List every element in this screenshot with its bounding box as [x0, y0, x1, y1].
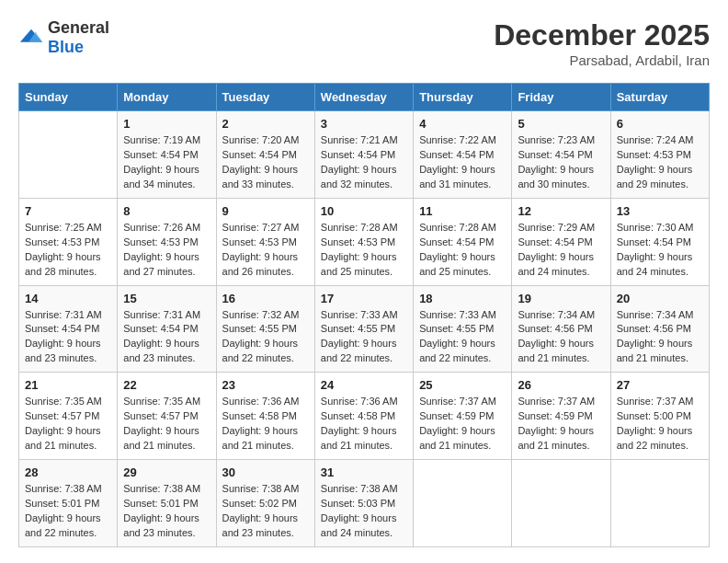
- calendar-cell: 5Sunrise: 7:23 AMSunset: 4:54 PMDaylight…: [512, 111, 610, 199]
- day-info: Sunrise: 7:29 AMSunset: 4:54 PMDaylight:…: [518, 221, 604, 280]
- calendar-cell: 16Sunrise: 7:32 AMSunset: 4:55 PMDayligh…: [216, 285, 314, 373]
- day-info: Sunrise: 7:22 AMSunset: 4:54 PMDaylight:…: [419, 133, 506, 192]
- calendar-cell: 6Sunrise: 7:24 AMSunset: 4:53 PMDaylight…: [610, 111, 709, 199]
- day-number: 29: [123, 465, 210, 479]
- day-number: 16: [222, 292, 309, 305]
- header-day-tuesday: Tuesday: [216, 84, 314, 111]
- day-number: 15: [123, 292, 210, 305]
- day-number: 20: [617, 292, 703, 305]
- calendar-week-4: 21Sunrise: 7:35 AMSunset: 4:57 PMDayligh…: [19, 373, 710, 460]
- day-info: Sunrise: 7:30 AMSunset: 4:54 PMDaylight:…: [617, 221, 703, 280]
- day-number: 2: [222, 117, 309, 131]
- calendar-cell: 29Sunrise: 7:38 AMSunset: 5:01 PMDayligh…: [118, 460, 216, 547]
- calendar-cell: 14Sunrise: 7:31 AMSunset: 4:54 PMDayligh…: [19, 285, 118, 373]
- day-number: 10: [321, 204, 407, 218]
- day-number: 31: [321, 465, 407, 479]
- calendar-week-2: 7Sunrise: 7:25 AMSunset: 4:53 PMDaylight…: [19, 198, 710, 285]
- calendar-cell: 3Sunrise: 7:21 AMSunset: 4:54 PMDaylight…: [314, 111, 413, 199]
- day-info: Sunrise: 7:31 AMSunset: 4:54 PMDaylight:…: [123, 308, 210, 367]
- day-number: 3: [321, 117, 407, 131]
- calendar-cell: 25Sunrise: 7:37 AMSunset: 4:59 PMDayligh…: [414, 373, 512, 460]
- day-info: Sunrise: 7:26 AMSunset: 4:53 PMDaylight:…: [123, 221, 210, 280]
- calendar-cell: 8Sunrise: 7:26 AMSunset: 4:53 PMDaylight…: [118, 198, 216, 285]
- day-number: 25: [419, 378, 506, 392]
- header-day-monday: Monday: [118, 84, 216, 111]
- calendar-cell: 2Sunrise: 7:20 AMSunset: 4:54 PMDaylight…: [216, 111, 314, 199]
- logo-general: General: [48, 18, 109, 37]
- calendar-cell: 19Sunrise: 7:34 AMSunset: 4:56 PMDayligh…: [512, 285, 610, 373]
- day-info: Sunrise: 7:38 AMSunset: 5:01 PMDaylight:…: [25, 482, 111, 541]
- day-info: Sunrise: 7:37 AMSunset: 4:59 PMDaylight:…: [419, 395, 506, 454]
- day-number: 13: [617, 204, 703, 218]
- day-number: 24: [321, 378, 407, 392]
- day-number: 1: [123, 117, 210, 131]
- day-info: Sunrise: 7:28 AMSunset: 4:54 PMDaylight:…: [419, 221, 506, 280]
- day-number: 11: [419, 204, 506, 218]
- day-info: Sunrise: 7:27 AMSunset: 4:53 PMDaylight:…: [222, 221, 309, 280]
- day-info: Sunrise: 7:34 AMSunset: 4:56 PMDaylight:…: [518, 308, 604, 367]
- logo-icon: [18, 25, 44, 51]
- day-info: Sunrise: 7:32 AMSunset: 4:55 PMDaylight:…: [222, 308, 309, 367]
- day-number: 6: [617, 117, 703, 131]
- day-number: 26: [518, 378, 604, 392]
- calendar-cell: 20Sunrise: 7:34 AMSunset: 4:56 PMDayligh…: [610, 285, 709, 373]
- calendar-cell: 27Sunrise: 7:37 AMSunset: 5:00 PMDayligh…: [610, 373, 709, 460]
- header-day-sunday: Sunday: [19, 84, 118, 111]
- calendar-cell: [512, 460, 610, 547]
- day-info: Sunrise: 7:33 AMSunset: 4:55 PMDaylight:…: [419, 308, 506, 367]
- header-day-thursday: Thursday: [414, 84, 512, 111]
- calendar-cell: 7Sunrise: 7:25 AMSunset: 4:53 PMDaylight…: [19, 198, 118, 285]
- calendar-cell: 17Sunrise: 7:33 AMSunset: 4:55 PMDayligh…: [314, 285, 413, 373]
- day-number: 5: [518, 117, 604, 131]
- calendar-cell: 18Sunrise: 7:33 AMSunset: 4:55 PMDayligh…: [414, 285, 512, 373]
- month-title: December 2025: [494, 18, 710, 52]
- location-subtitle: Parsabad, Ardabil, Iran: [494, 52, 710, 68]
- day-number: 27: [617, 378, 703, 392]
- calendar-cell: 12Sunrise: 7:29 AMSunset: 4:54 PMDayligh…: [512, 198, 610, 285]
- logo: General Blue: [18, 18, 109, 57]
- day-number: 21: [25, 378, 111, 392]
- day-info: Sunrise: 7:36 AMSunset: 4:58 PMDaylight:…: [222, 395, 309, 454]
- calendar-cell: 13Sunrise: 7:30 AMSunset: 4:54 PMDayligh…: [610, 198, 709, 285]
- day-info: Sunrise: 7:23 AMSunset: 4:54 PMDaylight:…: [518, 133, 604, 192]
- day-info: Sunrise: 7:24 AMSunset: 4:53 PMDaylight:…: [617, 133, 703, 192]
- day-info: Sunrise: 7:38 AMSunset: 5:03 PMDaylight:…: [321, 482, 407, 541]
- calendar-week-5: 28Sunrise: 7:38 AMSunset: 5:01 PMDayligh…: [19, 460, 710, 547]
- calendar-cell: 9Sunrise: 7:27 AMSunset: 4:53 PMDaylight…: [216, 198, 314, 285]
- calendar-week-1: 1Sunrise: 7:19 AMSunset: 4:54 PMDaylight…: [19, 111, 710, 199]
- calendar-cell: [414, 460, 512, 547]
- day-info: Sunrise: 7:37 AMSunset: 5:00 PMDaylight:…: [617, 395, 703, 454]
- day-number: 28: [25, 465, 111, 479]
- title-area: December 2025 Parsabad, Ardabil, Iran: [494, 18, 710, 68]
- day-info: Sunrise: 7:34 AMSunset: 4:56 PMDaylight:…: [617, 308, 703, 367]
- day-info: Sunrise: 7:21 AMSunset: 4:54 PMDaylight:…: [321, 133, 407, 192]
- day-number: 30: [222, 465, 309, 479]
- day-number: 8: [123, 204, 210, 218]
- header-day-saturday: Saturday: [610, 84, 709, 111]
- logo-text: General Blue: [48, 18, 109, 57]
- calendar-week-3: 14Sunrise: 7:31 AMSunset: 4:54 PMDayligh…: [19, 285, 710, 373]
- day-number: 7: [25, 204, 111, 218]
- calendar-cell: 21Sunrise: 7:35 AMSunset: 4:57 PMDayligh…: [19, 373, 118, 460]
- day-info: Sunrise: 7:38 AMSunset: 5:02 PMDaylight:…: [222, 482, 309, 541]
- logo-blue: Blue: [48, 38, 84, 56]
- calendar-cell: 23Sunrise: 7:36 AMSunset: 4:58 PMDayligh…: [216, 373, 314, 460]
- calendar-cell: 15Sunrise: 7:31 AMSunset: 4:54 PMDayligh…: [118, 285, 216, 373]
- calendar-cell: [610, 460, 709, 547]
- day-info: Sunrise: 7:31 AMSunset: 4:54 PMDaylight:…: [25, 308, 111, 367]
- calendar-cell: 11Sunrise: 7:28 AMSunset: 4:54 PMDayligh…: [414, 198, 512, 285]
- calendar-cell: 4Sunrise: 7:22 AMSunset: 4:54 PMDaylight…: [414, 111, 512, 199]
- page-header: General Blue December 2025 Parsabad, Ard…: [18, 18, 710, 68]
- day-info: Sunrise: 7:19 AMSunset: 4:54 PMDaylight:…: [123, 133, 210, 192]
- calendar-cell: [19, 111, 118, 199]
- calendar-cell: 26Sunrise: 7:37 AMSunset: 4:59 PMDayligh…: [512, 373, 610, 460]
- day-number: 19: [518, 292, 604, 305]
- day-number: 14: [25, 292, 111, 305]
- calendar-cell: 1Sunrise: 7:19 AMSunset: 4:54 PMDaylight…: [118, 111, 216, 199]
- calendar-cell: 28Sunrise: 7:38 AMSunset: 5:01 PMDayligh…: [19, 460, 118, 547]
- day-info: Sunrise: 7:36 AMSunset: 4:58 PMDaylight:…: [321, 395, 407, 454]
- day-number: 23: [222, 378, 309, 392]
- day-info: Sunrise: 7:28 AMSunset: 4:53 PMDaylight:…: [321, 221, 407, 280]
- calendar-cell: 22Sunrise: 7:35 AMSunset: 4:57 PMDayligh…: [118, 373, 216, 460]
- day-info: Sunrise: 7:20 AMSunset: 4:54 PMDaylight:…: [222, 133, 309, 192]
